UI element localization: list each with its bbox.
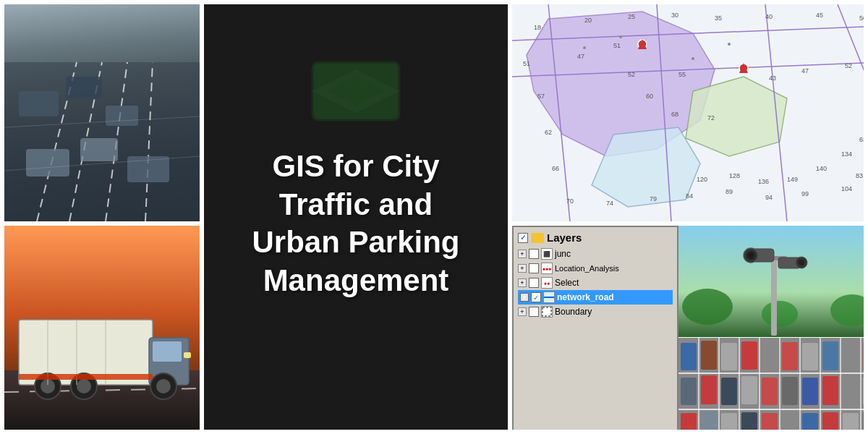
expand-junc[interactable]: + <box>518 250 527 258</box>
bottom-right: ✓ Layers + ⬛ junc + ●●● Location_ <box>512 226 868 434</box>
svg-text:120: 120 <box>697 176 707 183</box>
svg-text:52: 52 <box>845 62 852 69</box>
svg-text:72: 72 <box>707 114 715 122</box>
symbol-network-road <box>543 292 555 303</box>
parking-lot <box>678 337 868 434</box>
svg-text:20: 20 <box>584 17 592 24</box>
symbol-boundary <box>541 306 553 318</box>
svg-text:47: 47 <box>577 53 584 60</box>
checkbox-location[interactable] <box>529 263 539 273</box>
layer-item-boundary[interactable]: + Boundary <box>518 305 673 319</box>
svg-text:35: 35 <box>715 14 722 22</box>
svg-rect-125 <box>843 343 859 370</box>
svg-rect-119 <box>721 343 737 370</box>
checkbox-select[interactable] <box>529 278 539 288</box>
label-junc: junc <box>555 249 571 259</box>
svg-text:74: 74 <box>606 200 613 207</box>
parking-svg <box>678 337 868 434</box>
svg-rect-132 <box>782 377 798 405</box>
svg-text:60: 60 <box>646 93 653 100</box>
symbol-location: ●●● <box>541 263 553 274</box>
svg-text:89: 89 <box>726 188 733 195</box>
svg-text:43: 43 <box>769 75 776 82</box>
svg-rect-128 <box>701 375 717 404</box>
svg-text:70: 70 <box>566 197 574 205</box>
svg-text:84: 84 <box>686 192 693 200</box>
svg-point-84 <box>156 379 171 393</box>
label-location: Location_Analysis <box>555 264 619 273</box>
checkbox-junc[interactable] <box>529 249 539 259</box>
svg-text:104: 104 <box>841 185 852 192</box>
layer-item-junc[interactable]: + ⬛ junc <box>518 247 673 261</box>
expand-location[interactable]: + <box>518 264 527 273</box>
label-network-road: network_road <box>557 292 614 302</box>
svg-text:66: 66 <box>552 165 559 172</box>
svg-rect-78 <box>153 341 182 362</box>
svg-rect-121 <box>762 343 778 370</box>
svg-rect-6 <box>66 77 102 98</box>
symbol-junc: ⬛ <box>541 248 553 260</box>
svg-text:63: 63 <box>859 136 867 143</box>
svg-rect-141 <box>762 413 778 434</box>
truck-image <box>4 226 200 434</box>
svg-text:83: 83 <box>856 172 863 179</box>
truck-svg <box>4 226 200 434</box>
layers-panel: ✓ Layers + ⬛ junc + ●●● Location_ <box>512 226 678 434</box>
svg-rect-130 <box>741 376 757 404</box>
svg-rect-127 <box>681 378 697 405</box>
right-column <box>678 226 868 434</box>
svg-text:136: 136 <box>758 178 769 185</box>
svg-text:25: 25 <box>628 13 635 20</box>
svg-text:128: 128 <box>729 172 740 179</box>
svg-rect-131 <box>762 378 778 405</box>
svg-point-63 <box>619 35 622 38</box>
svg-point-65 <box>728 43 731 46</box>
expand-network-road[interactable]: + <box>520 293 529 302</box>
svg-rect-117 <box>681 343 697 370</box>
svg-rect-140 <box>741 412 757 434</box>
svg-text:140: 140 <box>816 165 827 172</box>
svg-rect-122 <box>782 342 798 370</box>
expand-select[interactable]: + <box>518 278 527 287</box>
layer-item-select[interactable]: + ●● Select <box>518 276 673 290</box>
svg-rect-7 <box>106 106 138 126</box>
highway-road-sim <box>4 4 200 221</box>
svg-point-94 <box>762 301 798 327</box>
layers-header: ✓ Layers <box>518 231 673 244</box>
camera-scene <box>678 226 868 337</box>
svg-rect-139 <box>721 413 737 434</box>
svg-text:94: 94 <box>765 194 773 201</box>
svg-rect-137 <box>681 413 697 434</box>
svg-rect-88 <box>19 374 153 380</box>
svg-text:62: 62 <box>545 129 552 136</box>
svg-text:47: 47 <box>801 67 809 75</box>
svg-point-100 <box>749 253 753 258</box>
svg-rect-89 <box>184 352 191 358</box>
svg-text:18: 18 <box>534 24 541 31</box>
svg-text:99: 99 <box>801 190 809 197</box>
svg-rect-138 <box>701 412 717 434</box>
layer-item-network-road[interactable]: + ✓ network_road <box>518 290 673 305</box>
checkbox-boundary[interactable] <box>529 307 539 317</box>
svg-text:52: 52 <box>628 71 635 78</box>
svg-text:50: 50 <box>859 14 867 22</box>
title-section: GIS for City Traffic and Urban Parking M… <box>204 4 508 434</box>
svg-text:79: 79 <box>650 195 657 203</box>
svg-rect-124 <box>822 341 838 370</box>
checkbox-network-road[interactable]: ✓ <box>531 292 541 302</box>
label-boundary: Boundary <box>555 307 592 317</box>
svg-rect-8 <box>26 149 69 176</box>
gis-map-svg: 18 20 25 30 35 40 45 50 51 57 62 66 70 7… <box>512 4 868 221</box>
svg-rect-9 <box>80 138 118 161</box>
label-select: Select <box>555 278 579 288</box>
svg-rect-120 <box>741 341 757 370</box>
layer-item-location[interactable]: + ●●● Location_Analysis <box>518 261 673 276</box>
svg-text:57: 57 <box>537 93 545 100</box>
svg-text:45: 45 <box>816 12 823 19</box>
svg-rect-123 <box>802 343 818 370</box>
expand-boundary[interactable]: + <box>518 307 527 316</box>
layers-main-checkbox[interactable]: ✓ <box>518 233 528 243</box>
svg-text:30: 30 <box>671 12 678 19</box>
svg-text:51: 51 <box>523 60 530 67</box>
svg-text:134: 134 <box>841 150 852 158</box>
